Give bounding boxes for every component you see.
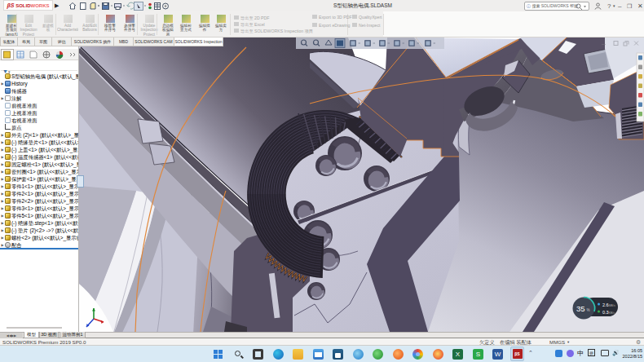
svg-text:%: % — [587, 308, 590, 312]
svg-text:35: 35 — [576, 304, 585, 313]
